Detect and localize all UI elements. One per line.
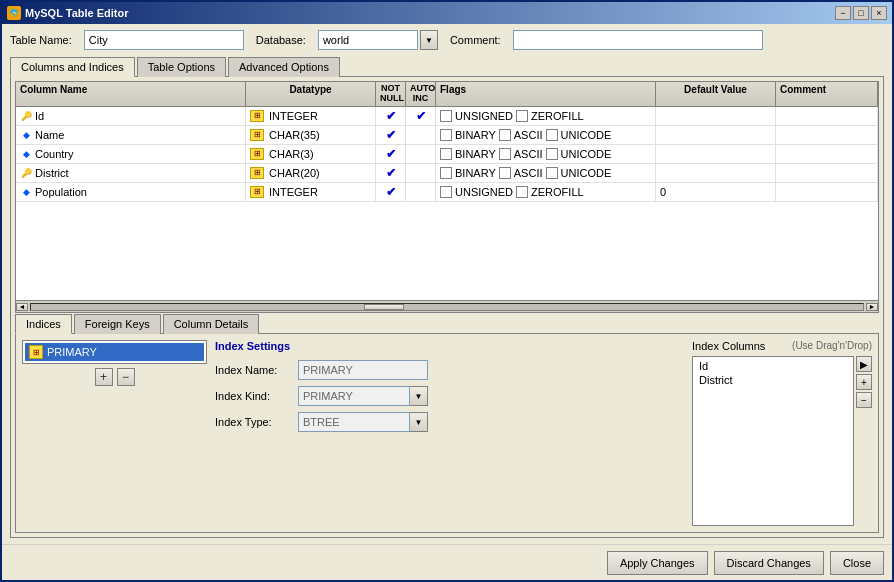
- check-icon: ✔: [386, 166, 396, 180]
- horizontal-scrollbar[interactable]: ◄ ►: [15, 301, 879, 313]
- index-col-arrow-btn[interactable]: ▶: [856, 356, 872, 372]
- datatype-icon: ⊞: [250, 129, 264, 141]
- diamond-icon: ◆: [20, 186, 32, 198]
- add-index-button[interactable]: +: [95, 368, 113, 386]
- binary-checkbox[interactable]: [440, 129, 452, 141]
- cell-flags: UNSIGNED ZEROFILL: [436, 183, 656, 201]
- index-name-input[interactable]: [298, 360, 428, 380]
- cell-datatype: ⊞ INTEGER: [246, 183, 376, 201]
- unicode-checkbox[interactable]: [546, 148, 558, 160]
- cell-flags: BINARY ASCII UNICODE: [436, 164, 656, 182]
- drag-drop-hint: (Use Drag'n'Drop): [792, 340, 872, 352]
- check-icon: ✔: [386, 109, 396, 123]
- main-tab-content: Column Name Datatype NOTNULL AUTOINC Fla…: [10, 77, 884, 538]
- table-name-label: Table Name:: [10, 34, 72, 46]
- table-name-input[interactable]: [84, 30, 244, 50]
- cell-comment: [776, 183, 878, 201]
- scroll-left-btn[interactable]: ◄: [16, 303, 28, 311]
- table-row[interactable]: 🔑 Id ⊞ INTEGER ✔ ✔: [16, 107, 878, 126]
- index-item[interactable]: ⊞ PRIMARY: [25, 343, 204, 361]
- bottom-tab-content: ⊞ PRIMARY + − Index Settings: [15, 334, 879, 533]
- table-row[interactable]: 🔑 District ⊞ CHAR(20) ✔: [16, 164, 878, 183]
- tab-indices[interactable]: Indices: [15, 314, 72, 334]
- cell-notnull: ✔: [376, 183, 406, 201]
- ascii-checkbox[interactable]: [499, 167, 511, 179]
- content-area: Table Name: Database: ▼ Comment: Columns…: [2, 24, 892, 544]
- table-row[interactable]: ◆ Country ⊞ CHAR(3) ✔: [16, 145, 878, 164]
- tab-columns-indices[interactable]: Columns and Indices: [10, 57, 135, 77]
- tab-foreign-keys[interactable]: Foreign Keys: [74, 314, 161, 334]
- cell-comment: [776, 145, 878, 163]
- settings-row-kind: Index Kind: ▼: [215, 386, 684, 406]
- cell-name: 🔑 Id: [16, 107, 246, 125]
- index-type-label: Index Type:: [215, 416, 290, 428]
- unsigned-checkbox[interactable]: [440, 186, 452, 198]
- table-row[interactable]: ◆ Name ⊞ CHAR(35) ✔: [16, 126, 878, 145]
- ascii-checkbox[interactable]: [499, 129, 511, 141]
- index-kind-input[interactable]: [298, 386, 410, 406]
- cell-autoinc: [406, 126, 436, 144]
- datatype-icon: ⊞: [250, 110, 264, 122]
- index-type-dropdown-btn[interactable]: ▼: [410, 412, 428, 432]
- index-kind-dropdown-btn[interactable]: ▼: [410, 386, 428, 406]
- diamond-icon: ◆: [20, 148, 32, 160]
- discard-changes-button[interactable]: Discard Changes: [714, 551, 824, 575]
- cell-datatype: ⊞ CHAR(20): [246, 164, 376, 182]
- check-icon: ✔: [386, 185, 396, 199]
- maximize-button[interactable]: □: [853, 6, 869, 20]
- index-col-item[interactable]: Id: [695, 359, 851, 373]
- columns-table-area: Column Name Datatype NOTNULL AUTOINC Fla…: [15, 81, 879, 313]
- comment-label: Comment:: [450, 34, 501, 46]
- cell-autoinc: [406, 183, 436, 201]
- unsigned-checkbox[interactable]: [440, 110, 452, 122]
- minimize-button[interactable]: −: [835, 6, 851, 20]
- zerofill-checkbox[interactable]: [516, 110, 528, 122]
- cell-default: [656, 164, 776, 182]
- tab-column-details[interactable]: Column Details: [163, 314, 260, 334]
- index-col-add-btn[interactable]: +: [856, 374, 872, 390]
- indices-list: ⊞ PRIMARY: [22, 340, 207, 364]
- cell-comment: [776, 126, 878, 144]
- cell-name: ◆ Country: [16, 145, 246, 163]
- binary-checkbox[interactable]: [440, 167, 452, 179]
- unicode-checkbox[interactable]: [546, 167, 558, 179]
- tab-table-options[interactable]: Table Options: [137, 57, 226, 77]
- index-col-remove-btn[interactable]: −: [856, 392, 872, 408]
- scrollbar-thumb[interactable]: [364, 304, 404, 310]
- settings-row-type: Index Type: ▼: [215, 412, 684, 432]
- scroll-right-btn[interactable]: ►: [866, 303, 878, 311]
- main-tabs-container: Columns and Indices Table Options Advanc…: [10, 56, 884, 538]
- zerofill-checkbox[interactable]: [516, 186, 528, 198]
- index-col-item[interactable]: District: [695, 373, 851, 387]
- indices-list-container: ⊞ PRIMARY + −: [22, 340, 207, 526]
- cell-name: ◆ Population: [16, 183, 246, 201]
- remove-index-button[interactable]: −: [117, 368, 135, 386]
- close-button[interactable]: Close: [830, 551, 884, 575]
- database-dropdown-btn[interactable]: ▼: [420, 30, 438, 50]
- unicode-checkbox[interactable]: [546, 129, 558, 141]
- cell-default: [656, 145, 776, 163]
- ascii-checkbox[interactable]: [499, 148, 511, 160]
- cell-default: 0: [656, 183, 776, 201]
- database-input[interactable]: [318, 30, 418, 50]
- database-label: Database:: [256, 34, 306, 46]
- table-row[interactable]: ◆ Population ⊞ INTEGER ✔: [16, 183, 878, 202]
- index-list-buttons: + −: [22, 368, 207, 386]
- comment-input[interactable]: [513, 30, 763, 50]
- bottom-section: Indices Foreign Keys Column Details ⊞ PR…: [15, 313, 879, 533]
- scrollbar-track[interactable]: [30, 303, 864, 311]
- index-type-input[interactable]: [298, 412, 410, 432]
- cell-autoinc: ✔: [406, 107, 436, 125]
- cell-name: ◆ Name: [16, 126, 246, 144]
- tab-advanced-options[interactable]: Advanced Options: [228, 57, 340, 77]
- binary-checkbox[interactable]: [440, 148, 452, 160]
- settings-title: Index Settings: [215, 340, 684, 352]
- index-settings: Index Settings Index Name: Index Kind: ▼: [215, 340, 684, 526]
- key-icon: 🔑: [20, 167, 32, 179]
- datatype-icon: ⊞: [250, 148, 264, 160]
- index-columns: Index Columns (Use Drag'n'Drop) Id Distr…: [692, 340, 872, 526]
- cell-notnull: ✔: [376, 145, 406, 163]
- close-button[interactable]: ×: [871, 6, 887, 20]
- col-header-datatype: Datatype: [246, 82, 376, 106]
- apply-changes-button[interactable]: Apply Changes: [607, 551, 708, 575]
